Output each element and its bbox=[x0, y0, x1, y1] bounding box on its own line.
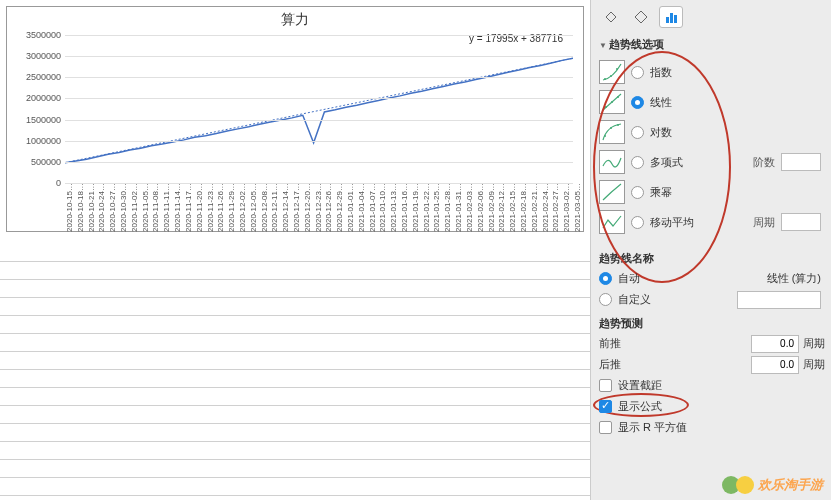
panel-tabs bbox=[591, 4, 831, 34]
power-icon bbox=[599, 180, 625, 204]
moving-avg-icon bbox=[599, 210, 625, 234]
set-intercept-row[interactable]: 设置截距 bbox=[591, 375, 831, 396]
linear-radio[interactable] bbox=[631, 96, 644, 109]
svg-point-10 bbox=[611, 101, 613, 103]
poly-order-label: 阶数 bbox=[753, 155, 775, 170]
moving-avg-radio[interactable] bbox=[631, 216, 644, 229]
effects-tab[interactable] bbox=[629, 6, 653, 28]
custom-name-input[interactable] bbox=[737, 291, 821, 309]
plot-area: y = 17995x + 387716 bbox=[65, 35, 573, 183]
polynomial-icon bbox=[599, 150, 625, 174]
svg-point-9 bbox=[605, 106, 607, 108]
svg-point-14 bbox=[617, 124, 619, 126]
show-equation-row[interactable]: 显示公式 bbox=[591, 396, 831, 417]
ma-period-label: 周期 bbox=[753, 215, 775, 230]
name-auto-radio[interactable] bbox=[599, 272, 612, 285]
exponential-icon bbox=[599, 60, 625, 84]
svg-rect-4 bbox=[674, 15, 677, 23]
svg-line-0 bbox=[65, 58, 573, 162]
svg-point-6 bbox=[610, 75, 612, 77]
trendline-linear[interactable]: 线性 bbox=[599, 87, 827, 117]
name-custom-radio[interactable] bbox=[599, 293, 612, 306]
trendline-exponential[interactable]: 指数 bbox=[599, 57, 827, 87]
poly-order-stepper[interactable] bbox=[781, 153, 821, 171]
power-radio[interactable] bbox=[631, 186, 644, 199]
ma-period-stepper[interactable] bbox=[781, 213, 821, 231]
show-equation-checkbox[interactable] bbox=[599, 400, 612, 413]
polynomial-radio[interactable] bbox=[631, 156, 644, 169]
trendline-name-header: 趋势线名称 bbox=[591, 245, 831, 268]
backward-input[interactable] bbox=[751, 356, 799, 374]
name-auto-row[interactable]: 自动 线性 (算力) bbox=[591, 268, 831, 289]
linear-icon bbox=[599, 90, 625, 114]
spreadsheet-grid[interactable] bbox=[0, 244, 590, 500]
chart-container[interactable]: 算力 0500000100000015000002000000250000030… bbox=[6, 6, 584, 232]
trendline-moving-avg[interactable]: 移动平均 周期 bbox=[599, 207, 827, 237]
trendline-polynomial[interactable]: 多项式 阶数 bbox=[599, 147, 827, 177]
trendline-name-preview: 线性 (算力) bbox=[767, 271, 821, 286]
svg-rect-2 bbox=[666, 17, 669, 23]
chart-svg bbox=[65, 35, 573, 183]
x-axis: 2020-10-15…2020-10-18…2020-10-21…2020-10… bbox=[65, 183, 569, 229]
exponential-radio[interactable] bbox=[631, 66, 644, 79]
watermark: 欢乐淘手游 bbox=[722, 476, 823, 494]
forecast-header: 趋势预测 bbox=[591, 310, 831, 333]
chart-options-tab[interactable] bbox=[659, 6, 683, 28]
y-axis: 0500000100000015000002000000250000030000… bbox=[17, 35, 63, 183]
svg-marker-1 bbox=[635, 11, 647, 23]
format-trendline-panel: 趋势线选项 指数 线性 对数 多项式 阶数 乘幂 bbox=[590, 0, 831, 500]
svg-point-12 bbox=[604, 135, 606, 137]
svg-point-5 bbox=[604, 78, 606, 80]
svg-point-13 bbox=[610, 127, 612, 129]
trendline-logarithmic[interactable]: 对数 bbox=[599, 117, 827, 147]
forecast-forward-row: 前推 周期 bbox=[591, 333, 831, 354]
main-area: 算力 0500000100000015000002000000250000030… bbox=[0, 0, 590, 500]
svg-point-7 bbox=[616, 68, 618, 70]
chart-plot: 0500000100000015000002000000250000030000… bbox=[17, 35, 577, 183]
logarithmic-icon bbox=[599, 120, 625, 144]
paint-bucket-tab[interactable] bbox=[599, 6, 623, 28]
svg-point-11 bbox=[617, 96, 619, 98]
trendline-power[interactable]: 乘幂 bbox=[599, 177, 827, 207]
trendline-options-header[interactable]: 趋势线选项 bbox=[591, 34, 831, 55]
show-r2-checkbox[interactable] bbox=[599, 421, 612, 434]
svg-rect-3 bbox=[670, 13, 673, 23]
name-custom-row[interactable]: 自定义 bbox=[591, 289, 831, 310]
logarithmic-radio[interactable] bbox=[631, 126, 644, 139]
trendline-type-group: 指数 线性 对数 多项式 阶数 乘幂 移动平均 周期 bbox=[591, 55, 831, 245]
forward-input[interactable] bbox=[751, 335, 799, 353]
show-r2-row[interactable]: 显示 R 平方值 bbox=[591, 417, 831, 438]
chart-title: 算力 bbox=[7, 7, 583, 33]
set-intercept-checkbox[interactable] bbox=[599, 379, 612, 392]
forecast-backward-row: 后推 周期 bbox=[591, 354, 831, 375]
